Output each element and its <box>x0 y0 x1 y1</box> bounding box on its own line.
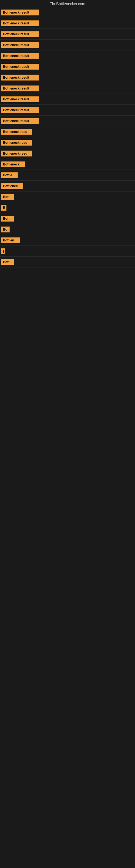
bottleneck-result-label[interactable]: B <box>1 205 6 211</box>
bottleneck-result-label[interactable]: Bottleneck result <box>1 42 39 48</box>
list-item: Bottleneck <box>0 159 135 170</box>
list-item: B <box>0 203 135 213</box>
bottleneck-result-label[interactable]: | <box>1 248 5 254</box>
bottleneck-result-label[interactable]: Bo <box>1 226 10 232</box>
list-item: Bottlen <box>0 235 135 246</box>
list-item: Bottleneck result <box>0 51 135 61</box>
bottleneck-result-label[interactable]: Bottleneck result <box>1 20 39 26</box>
list-item: Bott <box>0 257 135 268</box>
list-item: Bottleneck resu <box>0 126 135 137</box>
bottleneck-result-label[interactable]: Bottleneck resu <box>1 129 32 135</box>
list-item: Bottleneck resu <box>0 148 135 159</box>
bottleneck-result-label[interactable]: Bottleneck result <box>1 107 39 113</box>
list-item: Bottleneck result <box>0 105 135 116</box>
list-item: Bottleneck result <box>0 61 135 72</box>
bottleneck-result-label[interactable]: Bottlen <box>1 237 20 243</box>
bottleneck-result-label[interactable]: Bottlenec <box>1 183 23 189</box>
rows-container: Bottleneck resultBottleneck resultBottle… <box>0 7 135 268</box>
bottleneck-result-label[interactable]: Bottleneck result <box>1 31 39 37</box>
bottleneck-result-label[interactable]: Bottleneck result <box>1 9 39 16</box>
bottleneck-result-label[interactable]: Bott <box>1 194 14 200</box>
bottleneck-result-label[interactable]: Bottleneck result <box>1 53 39 59</box>
bottleneck-result-label[interactable]: Bottleneck resu <box>1 140 32 146</box>
bottleneck-result-label[interactable]: Bottleneck <box>1 161 26 167</box>
site-title: TheBottlenecker.com <box>0 0 135 7</box>
list-item: Bottle <box>0 170 135 181</box>
bottleneck-result-label[interactable]: Bottleneck result <box>1 74 39 81</box>
list-item: Bottleneck result <box>0 94 135 105</box>
list-item: Bottleneck result <box>0 72 135 83</box>
bottleneck-result-label[interactable]: Bottleneck result <box>1 96 39 102</box>
list-item: Bott <box>0 191 135 203</box>
page-wrapper: TheBottlenecker.com Bottleneck resultBot… <box>0 0 135 268</box>
list-item: Bott <box>0 213 135 224</box>
bottleneck-result-label[interactable]: Bottleneck result <box>1 86 39 91</box>
bottleneck-result-label[interactable]: Bottleneck result <box>1 64 39 70</box>
bottleneck-result-label[interactable]: Bott <box>1 216 14 222</box>
list-item: Bottleneck result <box>0 7 135 18</box>
list-item: Bottleneck result <box>0 83 135 94</box>
list-item: | <box>0 246 135 257</box>
list-item: Bottleneck resu <box>0 137 135 148</box>
list-item: Bottleneck result <box>0 116 135 126</box>
bottleneck-result-label[interactable]: Bottleneck resu <box>1 151 32 156</box>
bottleneck-result-label[interactable]: Bott <box>1 259 14 265</box>
bottleneck-result-label[interactable]: Bottleneck result <box>1 118 39 124</box>
list-item: Bottleneck result <box>0 40 135 51</box>
list-item: Bottleneck result <box>0 29 135 40</box>
list-item: Bo <box>0 224 135 235</box>
list-item: Bottleneck result <box>0 18 135 29</box>
list-item: Bottlenec <box>0 181 135 191</box>
bottleneck-result-label[interactable]: Bottle <box>1 172 18 178</box>
